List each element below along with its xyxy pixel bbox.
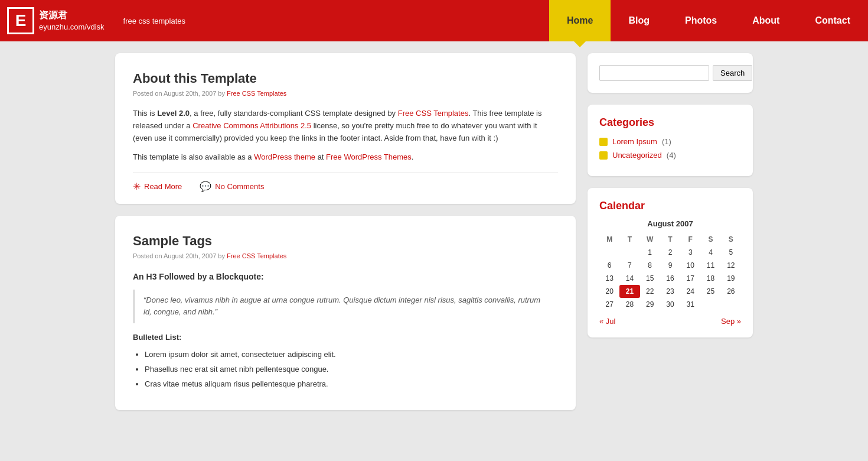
calendar-table: M T W T F S S 12345678910111213141516171… [599, 233, 741, 311]
calendar-day[interactable]: 2 [660, 246, 680, 259]
calendar-week-row: 12345 [599, 246, 741, 259]
post-1-link4[interactable]: Free WordPress Themes [326, 152, 412, 161]
cal-th-t2: T [660, 233, 680, 246]
site-url: eyunzhu.com/vdisk [39, 22, 105, 33]
calendar-day[interactable]: 25 [700, 285, 720, 298]
calendar-day[interactable]: 26 [721, 285, 741, 298]
search-row: Search [599, 65, 741, 81]
calendar-day[interactable]: 24 [680, 285, 700, 298]
calendar-day[interactable]: 18 [700, 272, 720, 285]
calendar-day[interactable]: 1 [640, 246, 660, 259]
calendar-day[interactable]: 12 [721, 259, 741, 272]
category-icon-2 [599, 151, 608, 160]
calendar-day[interactable]: 3 [680, 246, 700, 259]
post-1-title: About this Template [133, 71, 558, 86]
calendar-day[interactable]: 11 [700, 259, 720, 272]
main-content: About this Template Posted on August 20t… [115, 53, 576, 422]
calendar-day[interactable]: 20 [599, 285, 619, 298]
post-1-link1[interactable]: Free CSS Templates [398, 109, 469, 118]
cal-th-s: S [700, 233, 720, 246]
post-1-para2: This template is also available as a Wor… [133, 151, 558, 164]
calendar-day[interactable]: 16 [660, 272, 680, 285]
calendar-day[interactable]: 10 [680, 259, 700, 272]
category-item-1: Lorem Ipsum (1) [599, 137, 741, 146]
list-item: Lorem ipsum dolor sit amet, consectetuer… [145, 349, 558, 361]
post-2-h3: An H3 Followed by a Blockquote: [133, 270, 558, 283]
cal-th-f: F [680, 233, 700, 246]
post-1-link3[interactable]: WordPress theme [254, 152, 315, 161]
list-item: Cras vitae metus aliquam risus pellentes… [145, 378, 558, 391]
site-logo[interactable]: E 资源君 eyunzhu.com/vdisk [0, 0, 112, 41]
post-1-level: Level 2.0 [157, 109, 190, 118]
category-item-2: Uncategorized (4) [599, 151, 741, 160]
post-2-meta: Posted on August 20th, 2007 by Free CSS … [133, 252, 558, 259]
post-1: About this Template Posted on August 20t… [115, 53, 576, 204]
calendar-day[interactable]: 23 [660, 285, 680, 298]
post-2-bullet-list: Lorem ipsum dolor sit amet, consectetuer… [145, 349, 558, 390]
post-1-link2[interactable]: Creative Commons Attributions 2.5 [192, 121, 311, 130]
nav-home[interactable]: Home [549, 0, 611, 41]
main-nav: Home Blog Photos About Contact [549, 0, 868, 41]
read-more-link[interactable]: ✳ Read More [133, 181, 182, 192]
post-2-author[interactable]: Free CSS Templates [227, 252, 286, 259]
comment-icon: 💬 [200, 181, 211, 192]
logo-letter: E [7, 7, 34, 34]
cal-th-m: M [599, 233, 619, 246]
post-1-text1: , a free, fully standards-compliant CSS … [190, 109, 398, 118]
post-2-bulleted-label: Bulleted List: [133, 332, 558, 344]
cal-th-s2: S [721, 233, 741, 246]
calendar-day[interactable]: 28 [619, 298, 639, 311]
category-link-1[interactable]: Lorem Ipsum [612, 137, 657, 146]
calendar-day[interactable]: 6 [599, 259, 619, 272]
post-2: Sample Tags Posted on August 20th, 2007 … [115, 216, 576, 410]
calendar-day[interactable]: 31 [680, 298, 700, 311]
post-1-meta-text: Posted on August 20th, 2007 by [133, 90, 225, 97]
next-month-link[interactable]: Sep » [721, 317, 741, 326]
breadcrumb: free css templates [112, 17, 186, 25]
calendar-day [700, 298, 720, 311]
calendar-day[interactable]: 5 [721, 246, 741, 259]
calendar-widget: Calendar August 2007 M T W T F S S 12345… [588, 188, 753, 337]
nav-about[interactable]: About [735, 0, 797, 41]
calendar-day[interactable]: 27 [599, 298, 619, 311]
calendar-day [721, 298, 741, 311]
calendar-day[interactable]: 7 [619, 259, 639, 272]
nav-photos[interactable]: Photos [667, 0, 735, 41]
calendar-day[interactable]: 14 [619, 272, 639, 285]
calendar-day[interactable]: 30 [660, 298, 680, 311]
post-1-footer: ✳ Read More 💬 No Comments [133, 172, 558, 192]
no-comments-link[interactable]: 💬 No Comments [200, 181, 264, 192]
calendar-header-row: M T W T F S S [599, 233, 741, 246]
post-1-text6: . [412, 152, 414, 161]
calendar-day[interactable]: 29 [640, 298, 660, 311]
search-input[interactable] [599, 65, 709, 81]
category-icon-1 [599, 138, 608, 146]
post-2-body: An H3 Followed by a Blockquote: “Donec l… [133, 270, 558, 390]
calendar-day[interactable]: 9 [660, 259, 680, 272]
post-1-author[interactable]: Free CSS Templates [227, 90, 286, 97]
post-1-meta: Posted on August 20th, 2007 by Free CSS … [133, 90, 558, 97]
read-more-label: Read More [144, 182, 182, 191]
prev-month-link[interactable]: « Jul [599, 317, 615, 326]
category-link-2[interactable]: Uncategorized [612, 151, 662, 160]
search-button[interactable]: Search [713, 65, 752, 81]
calendar-day[interactable]: 17 [680, 272, 700, 285]
cal-th-t: T [619, 233, 639, 246]
calendar-month: August 2007 [599, 219, 741, 228]
logo-text: 资源君 eyunzhu.com/vdisk [39, 9, 105, 33]
site-name: 资源君 [39, 9, 105, 22]
nav-contact[interactable]: Contact [797, 0, 868, 41]
calendar-day[interactable]: 13 [599, 272, 619, 285]
categories-title: Categories [599, 116, 741, 129]
calendar-week-row: 6789101112 [599, 259, 741, 272]
calendar-day[interactable]: 8 [640, 259, 660, 272]
asterisk-icon: ✳ [133, 181, 141, 192]
calendar-day[interactable]: 4 [700, 246, 720, 259]
calendar-day[interactable]: 22 [640, 285, 660, 298]
nav-blog[interactable]: Blog [611, 0, 667, 41]
no-comments-label: No Comments [215, 182, 264, 191]
calendar-day[interactable]: 21 [619, 285, 639, 298]
site-header: E 资源君 eyunzhu.com/vdisk free css templat… [0, 0, 868, 41]
calendar-day[interactable]: 19 [721, 272, 741, 285]
calendar-day[interactable]: 15 [640, 272, 660, 285]
